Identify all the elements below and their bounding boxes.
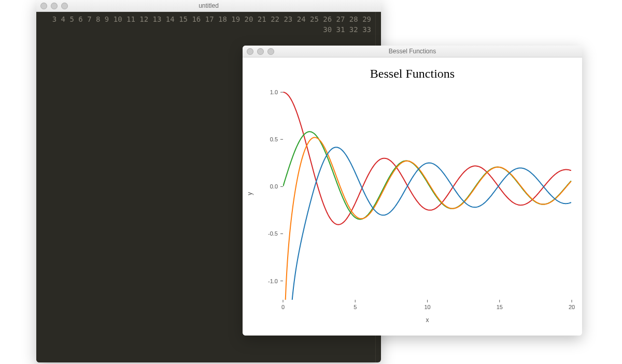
chart-svg: -1.0-0.50.00.51.005101520xy (243, 85, 582, 328)
close-icon[interactable] (247, 48, 253, 55)
editor-window-title: untitled (36, 2, 381, 9)
svg-text:10: 10 (424, 304, 430, 310)
close-icon[interactable] (40, 3, 47, 9)
series-y0 (283, 137, 571, 328)
svg-text:-0.5: -0.5 (268, 230, 278, 237)
chart-area: -1.0-0.50.00.51.005101520xy (243, 85, 582, 336)
plot-window: Bessel Functions Bessel Functions -1.0-0… (243, 46, 582, 336)
svg-text:0: 0 (281, 304, 285, 310)
zoom-icon[interactable] (267, 48, 274, 55)
svg-text:0.5: 0.5 (270, 136, 278, 142)
plot-body: Bessel Functions -1.0-0.50.00.51.0051015… (243, 57, 582, 336)
svg-text:15: 15 (497, 304, 503, 310)
svg-text:0.0: 0.0 (270, 183, 278, 190)
svg-text:5: 5 (354, 304, 357, 310)
minimize-icon[interactable] (51, 3, 58, 9)
plot-traffic-lights (243, 48, 274, 55)
plot-window-title: Bessel Functions (243, 48, 582, 55)
editor-titlebar[interactable]: untitled (36, 0, 381, 12)
series-j0 (283, 92, 571, 225)
svg-text:1.0: 1.0 (270, 89, 278, 95)
svg-text:y: y (246, 192, 253, 195)
series-j1 (283, 132, 571, 219)
minimize-icon[interactable] (257, 48, 264, 55)
svg-text:20: 20 (569, 304, 575, 310)
svg-text:-1.0: -1.0 (268, 278, 278, 284)
chart-title: Bessel Functions (243, 57, 582, 85)
editor-traffic-lights (36, 3, 68, 9)
zoom-icon[interactable] (61, 3, 68, 9)
svg-text:x: x (426, 316, 429, 324)
plot-titlebar[interactable]: Bessel Functions (243, 46, 582, 57)
